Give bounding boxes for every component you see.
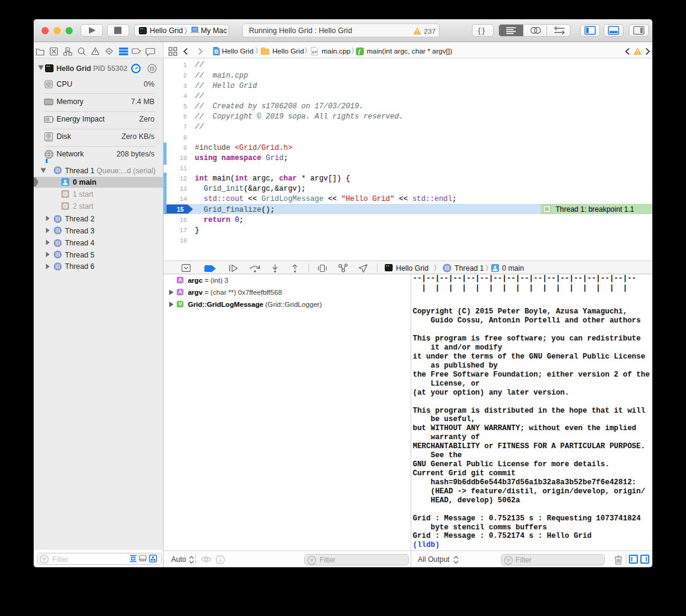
- svg-text:c+: c+: [312, 49, 317, 55]
